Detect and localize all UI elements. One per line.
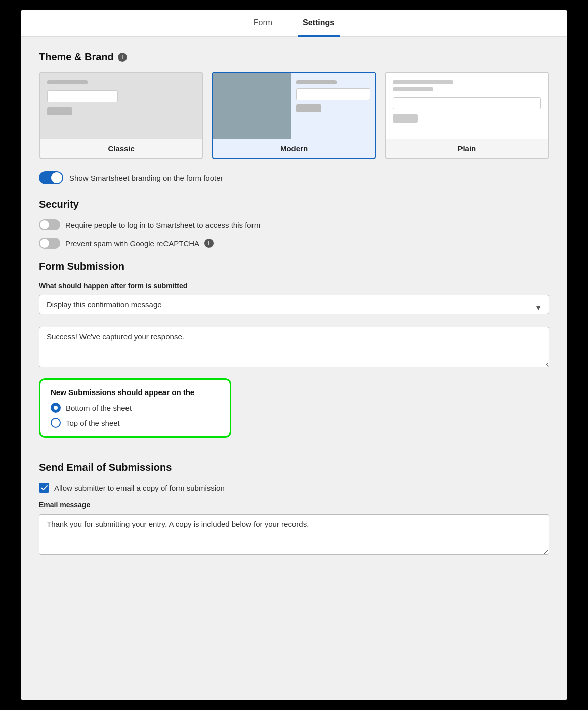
form-submission-heading: Form Submission <box>39 261 549 272</box>
allow-email-checkbox[interactable] <box>39 483 49 493</box>
theme-brand-section: Theme & Brand i Classic <box>39 51 549 184</box>
checkmark-icon <box>41 485 48 491</box>
new-submissions-title: New Submissions should appear on the <box>51 388 220 397</box>
security-heading: Security <box>39 199 549 210</box>
email-message-textarea[interactable]: Thank you for submitting your entry. A c… <box>39 514 549 555</box>
email-message-label: Email message <box>39 501 549 509</box>
allow-email-label: Allow submitter to email a copy of form … <box>54 484 225 492</box>
theme-plain[interactable]: Plain <box>385 72 549 159</box>
login-required-knob <box>40 220 49 229</box>
bottom-radio-row: Bottom of the sheet <box>51 403 220 413</box>
tab-form[interactable]: Form <box>248 10 277 37</box>
classic-preview <box>40 73 202 139</box>
theme-brand-info-icon[interactable]: i <box>118 53 127 62</box>
modern-preview <box>213 73 375 139</box>
recaptcha-info-icon[interactable]: i <box>204 239 214 248</box>
modern-bar <box>296 80 337 84</box>
branding-toggle-row: Show Smartsheet branding on the form foo… <box>39 171 549 184</box>
modern-right-block <box>291 73 375 139</box>
branding-toggle[interactable] <box>39 171 63 184</box>
top-radio-row: Top of the sheet <box>51 418 220 428</box>
send-email-heading: Send Email of Submissions <box>39 462 549 474</box>
login-required-toggle[interactable] <box>39 219 60 230</box>
classic-bar1 <box>47 80 88 84</box>
bottom-radio-label: Bottom of the sheet <box>66 404 132 412</box>
classic-btn <box>47 107 72 115</box>
branding-toggle-label: Show Smartsheet branding on the form foo… <box>69 174 223 182</box>
what-happens-select-wrapper: Display this confirmation message Redire… <box>39 295 549 321</box>
login-required-row: Require people to log in to Smartsheet t… <box>39 219 549 230</box>
branding-toggle-knob <box>51 172 62 183</box>
classic-input <box>47 90 118 102</box>
theme-brand-heading: Theme & Brand i <box>39 51 549 63</box>
allow-email-row: Allow submitter to email a copy of form … <box>39 483 549 493</box>
recaptcha-label: Prevent spam with Google reCAPTCHA <box>65 239 199 248</box>
plain-bar2 <box>393 87 433 91</box>
theme-classic[interactable]: Classic <box>39 72 203 159</box>
tab-settings[interactable]: Settings <box>298 10 340 37</box>
plain-btn <box>393 114 418 123</box>
recaptcha-row: Prevent spam with Google reCAPTCHA i <box>39 238 549 249</box>
theme-modern[interactable]: Modern <box>212 72 376 159</box>
security-section: Security Require people to log in to Sma… <box>39 199 549 249</box>
recaptcha-toggle[interactable] <box>39 238 60 249</box>
theme-cards: Classic Modern <box>39 72 549 159</box>
main-content: Theme & Brand i Classic <box>21 37 567 700</box>
classic-label: Classic <box>40 139 202 158</box>
plain-input <box>393 97 541 109</box>
send-email-section: Send Email of Submissions Allow submitte… <box>39 462 549 566</box>
tabs-bar: Form Settings <box>21 10 567 37</box>
what-happens-label: What should happen after form is submitt… <box>39 282 549 290</box>
form-submission-section: Form Submission What should happen after… <box>39 261 549 450</box>
confirmation-message-textarea[interactable]: Success! We've captured your response. <box>39 327 549 367</box>
modern-btn <box>296 104 321 112</box>
modern-left-block <box>213 73 290 139</box>
modern-input <box>296 88 370 100</box>
plain-label: Plain <box>386 139 548 158</box>
new-submissions-box: New Submissions should appear on the Bot… <box>39 378 231 438</box>
plain-preview <box>386 73 548 139</box>
recaptcha-knob <box>40 239 49 248</box>
bottom-radio[interactable] <box>51 403 61 413</box>
plain-bar1 <box>393 80 453 84</box>
top-radio-label: Top of the sheet <box>66 419 120 427</box>
modern-label: Modern <box>213 139 375 158</box>
top-radio[interactable] <box>51 418 61 428</box>
login-required-label: Require people to log in to Smartsheet t… <box>65 221 260 229</box>
what-happens-select[interactable]: Display this confirmation message Redire… <box>39 295 549 314</box>
